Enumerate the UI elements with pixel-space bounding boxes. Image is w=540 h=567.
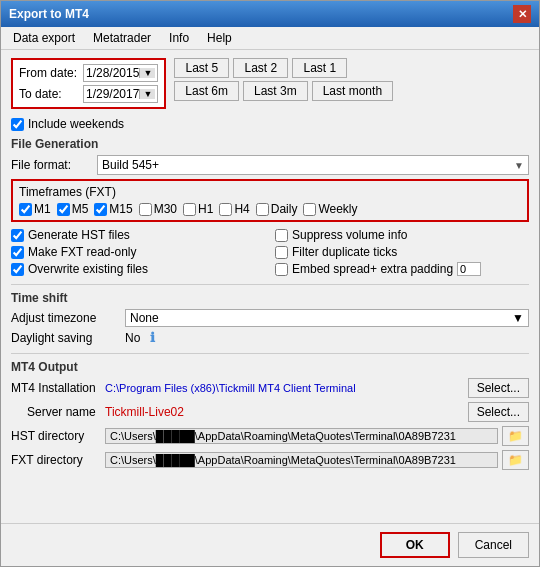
- hst-dir-label: HST directory: [11, 429, 101, 443]
- filter-duplicate-checkbox[interactable]: [275, 246, 288, 259]
- info-icon[interactable]: ℹ: [150, 330, 155, 345]
- tf-daily: Daily: [256, 202, 298, 216]
- file-generation-title: File Generation: [11, 137, 529, 151]
- generate-hst-label: Generate HST files: [28, 228, 130, 242]
- tf-h4-label: H4: [234, 202, 249, 216]
- timeframes-label: Timeframes (FXT): [19, 185, 521, 199]
- tf-m1-label: M1: [34, 202, 51, 216]
- to-date-input[interactable]: 1/29/2017 ▼: [83, 85, 158, 103]
- close-button[interactable]: ✕: [513, 5, 531, 23]
- to-date-dropdown[interactable]: ▼: [139, 89, 155, 99]
- tf-h1-label: H1: [198, 202, 213, 216]
- quick-btn-row-2: Last 6m Last 3m Last month: [174, 81, 393, 101]
- last-2-button[interactable]: Last 2: [233, 58, 288, 78]
- generate-hst-option: Generate HST files: [11, 228, 265, 242]
- mt4-output-section: MT4 Output MT4 Installation C:\Program F…: [11, 360, 529, 470]
- timeframes-row: M1 M5 M15 M30: [19, 202, 521, 216]
- embed-spread-label: Embed spread+ extra padding: [292, 262, 453, 276]
- menu-bar: Data export Metatrader Info Help: [1, 27, 539, 50]
- filter-duplicate-option: Filter duplicate ticks: [275, 245, 529, 259]
- suppress-volume-checkbox[interactable]: [275, 229, 288, 242]
- installation-label: MT4 Installation: [11, 381, 101, 395]
- menu-info[interactable]: Info: [161, 29, 197, 47]
- tf-m30-label: M30: [154, 202, 177, 216]
- hst-dir-value[interactable]: C:\Users\█████\AppData\Roaming\MetaQuote…: [105, 428, 498, 444]
- divider-2: [11, 353, 529, 354]
- overwrite-label: Overwrite existing files: [28, 262, 148, 276]
- make-fxt-checkbox[interactable]: [11, 246, 24, 259]
- main-window: Export to MT4 ✕ Data export Metatrader I…: [0, 0, 540, 567]
- tf-h4: H4: [219, 202, 249, 216]
- title-bar: Export to MT4 ✕: [1, 1, 539, 27]
- suppress-volume-label: Suppress volume info: [292, 228, 407, 242]
- from-date-row: From date: 1/28/2015 ▼: [19, 64, 158, 82]
- ok-button[interactable]: OK: [380, 532, 450, 558]
- tf-daily-checkbox[interactable]: [256, 203, 269, 216]
- last-6m-button[interactable]: Last 6m: [174, 81, 239, 101]
- options-grid: Generate HST files Suppress volume info …: [11, 228, 529, 276]
- daylight-saving-label: Daylight saving: [11, 331, 121, 345]
- fxt-dir-value[interactable]: C:\Users\█████\AppData\Roaming\MetaQuote…: [105, 452, 498, 468]
- menu-help[interactable]: Help: [199, 29, 240, 47]
- installation-select-button[interactable]: Select...: [468, 378, 529, 398]
- tf-m5: M5: [57, 202, 89, 216]
- tf-m15-checkbox[interactable]: [94, 203, 107, 216]
- tf-h4-checkbox[interactable]: [219, 203, 232, 216]
- menu-data-export[interactable]: Data export: [5, 29, 83, 47]
- tf-m5-checkbox[interactable]: [57, 203, 70, 216]
- filter-duplicate-label: Filter duplicate ticks: [292, 245, 397, 259]
- file-format-value: Build 545+: [102, 158, 159, 172]
- tf-m15: M15: [94, 202, 132, 216]
- adjust-timezone-select[interactable]: None ▼: [125, 309, 529, 327]
- daylight-saving-row: Daylight saving No ℹ: [11, 330, 529, 345]
- tf-m1: M1: [19, 202, 51, 216]
- hst-dir-row: HST directory C:\Users\█████\AppData\Roa…: [11, 426, 529, 446]
- tf-h1-checkbox[interactable]: [183, 203, 196, 216]
- fxt-dir-row: FXT directory C:\Users\█████\AppData\Roa…: [11, 450, 529, 470]
- last-5-button[interactable]: Last 5: [174, 58, 229, 78]
- server-select-button[interactable]: Select...: [468, 402, 529, 422]
- time-shift-section: Time shift Adjust timezone None ▼ Daylig…: [11, 291, 529, 345]
- file-format-label: File format:: [11, 158, 91, 172]
- divider-1: [11, 284, 529, 285]
- timeframes-section: Timeframes (FXT) M1 M5 M15: [11, 179, 529, 222]
- tf-m15-label: M15: [109, 202, 132, 216]
- tf-m1-checkbox[interactable]: [19, 203, 32, 216]
- generate-hst-checkbox[interactable]: [11, 229, 24, 242]
- from-date-input[interactable]: 1/28/2015 ▼: [83, 64, 158, 82]
- file-format-arrow: ▼: [514, 160, 524, 171]
- date-fields: From date: 1/28/2015 ▼ To date: 1/29/201…: [19, 64, 158, 103]
- file-format-row: File format: Build 545+ ▼: [11, 155, 529, 175]
- tf-weekly-checkbox[interactable]: [303, 203, 316, 216]
- tf-m30-checkbox[interactable]: [139, 203, 152, 216]
- tf-weekly-label: Weekly: [318, 202, 357, 216]
- cancel-button[interactable]: Cancel: [458, 532, 529, 558]
- to-date-value: 1/29/2017: [86, 87, 139, 101]
- suppress-volume-option: Suppress volume info: [275, 228, 529, 242]
- from-date-value: 1/28/2015: [86, 66, 139, 80]
- include-weekends-label: Include weekends: [28, 117, 124, 131]
- overwrite-checkbox[interactable]: [11, 263, 24, 276]
- file-format-select[interactable]: Build 545+ ▼: [97, 155, 529, 175]
- tf-m30: M30: [139, 202, 177, 216]
- menu-metatrader[interactable]: Metatrader: [85, 29, 159, 47]
- last-3m-button[interactable]: Last 3m: [243, 81, 308, 101]
- adjust-timezone-value: None: [130, 311, 159, 325]
- installation-value: C:\Program Files (x86)\Tickmill MT4 Clie…: [105, 382, 464, 394]
- window-title: Export to MT4: [9, 7, 89, 21]
- fxt-dir-label: FXT directory: [11, 453, 101, 467]
- installation-row: MT4 Installation C:\Program Files (x86)\…: [11, 378, 529, 398]
- fxt-dir-folder-button[interactable]: 📁: [502, 450, 529, 470]
- from-date-dropdown[interactable]: ▼: [139, 68, 155, 78]
- include-weekends-checkbox[interactable]: [11, 118, 24, 131]
- from-date-label: From date:: [19, 66, 79, 80]
- server-name-label: Server name: [11, 405, 101, 419]
- last-month-button[interactable]: Last month: [312, 81, 393, 101]
- embed-spread-checkbox[interactable]: [275, 263, 288, 276]
- embed-spread-input[interactable]: [457, 262, 481, 276]
- last-1-button[interactable]: Last 1: [292, 58, 347, 78]
- hst-dir-folder-button[interactable]: 📁: [502, 426, 529, 446]
- to-date-row: To date: 1/29/2017 ▼: [19, 85, 158, 103]
- overwrite-option: Overwrite existing files: [11, 262, 265, 276]
- daylight-saving-value: No: [125, 331, 140, 345]
